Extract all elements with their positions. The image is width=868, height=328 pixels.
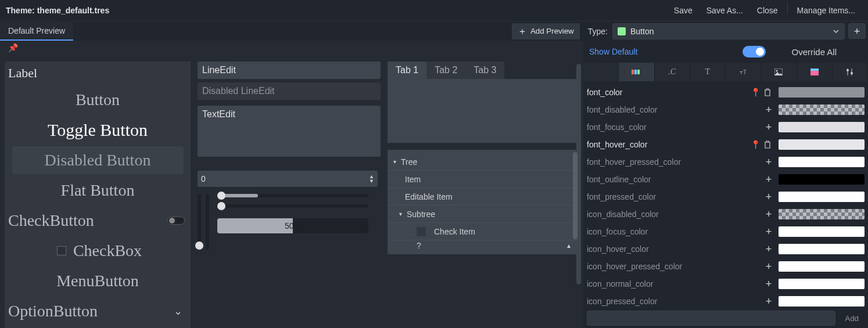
cat-settings[interactable] [833, 63, 868, 81]
add-override-icon[interactable]: + [763, 192, 774, 202]
vslider-preview-1[interactable] [198, 194, 201, 250]
checkbox-icon[interactable] [417, 227, 426, 236]
cat-font-sizes[interactable]: ᴛT [726, 63, 761, 81]
caret-up-icon[interactable]: ▴ [567, 242, 571, 250]
add-override-icon[interactable]: + [763, 261, 774, 272]
flat-button-preview[interactable]: Flat Button [61, 181, 135, 200]
add-override-icon[interactable]: + [763, 226, 774, 237]
type-dropdown[interactable]: Button [612, 23, 845, 39]
color-swatch[interactable] [779, 261, 865, 272]
progress-bar-preview: 50% [217, 218, 368, 233]
color-swatch[interactable] [779, 104, 865, 115]
cat-fonts[interactable]: T [690, 63, 726, 81]
manage-items-button[interactable]: Manage Items... [790, 2, 862, 19]
color-swatch[interactable] [779, 87, 865, 98]
show-default-link[interactable]: Show Default [589, 47, 637, 56]
trash-icon[interactable] [763, 88, 774, 96]
color-swatch[interactable] [779, 209, 865, 219]
spinbox-preview[interactable]: 0 ▲▼ [198, 171, 378, 187]
property-row: icon_hover_color+ [587, 240, 865, 258]
tree-scrollbar[interactable] [573, 152, 578, 239]
vslider-preview-2[interactable] [206, 194, 209, 250]
checkbox-preview[interactable]: CheckBox [5, 236, 191, 266]
close-button[interactable]: Close [750, 2, 785, 19]
cat-icons[interactable] [761, 63, 797, 81]
pin-icon[interactable]: 📍 [751, 88, 759, 97]
color-swatch[interactable] [779, 244, 865, 254]
property-name: font_hover_pressed_color [587, 157, 759, 167]
progress-text: 50% [217, 218, 368, 233]
svg-rect-1 [634, 70, 637, 74]
trash-icon[interactable] [763, 140, 774, 149]
add-override-icon[interactable]: + [763, 209, 774, 219]
color-swatch[interactable] [779, 296, 865, 307]
override-all-button[interactable]: Override All [766, 44, 862, 60]
property-row: icon_hover_pressed_color+ [587, 258, 865, 275]
tree-subtree[interactable]: Subtree [407, 210, 435, 219]
hslider-preview-2[interactable] [217, 204, 368, 208]
tree-item-partial: ? [417, 241, 421, 250]
preview-tab-bar: Default Preview ＋ Add Preview Type: Butt… [0, 21, 868, 41]
caret-down-icon[interactable]: ▾ [393, 158, 396, 165]
tree-preview[interactable]: ▾Tree Item Editable Item ▾Subtree Check … [388, 150, 579, 254]
tab-3[interactable]: Tab 3 [465, 62, 504, 79]
color-swatch[interactable] [779, 157, 865, 167]
cat-colors[interactable] [619, 63, 654, 81]
add-override-icon[interactable]: + [763, 122, 774, 132]
color-swatch[interactable] [779, 122, 865, 132]
toggle-button-preview[interactable]: Toggle Button [48, 120, 148, 140]
type-label: Type: [580, 27, 612, 36]
cat-styleboxes[interactable] [797, 63, 833, 81]
property-list: font_color📍font_disabled_color+font_focu… [583, 81, 868, 308]
tree-editable-item[interactable]: Editable Item [405, 192, 453, 201]
pin-icon[interactable]: 📍 [751, 140, 759, 149]
constant-icon: .C [668, 67, 676, 77]
color-swatch[interactable] [779, 226, 865, 237]
add-preview-button[interactable]: ＋ Add Preview [512, 23, 580, 39]
color-swatch[interactable] [779, 192, 865, 202]
header-actions: Save Save As... Close Manage Items... [667, 2, 862, 19]
svg-rect-2 [637, 70, 640, 74]
add-override-icon[interactable]: + [763, 104, 774, 115]
chevron-down-icon: ⌄ [174, 305, 182, 318]
spinbox-arrows-icon[interactable]: ▲▼ [369, 174, 374, 183]
property-name: font_outline_color [587, 175, 759, 184]
hslider-preview-1[interactable] [217, 194, 368, 197]
option-button-preview[interactable]: OptionButton ⌄ [5, 296, 191, 326]
caret-down-icon[interactable]: ▾ [399, 211, 402, 217]
add-override-icon[interactable]: + [763, 279, 774, 289]
tab-default-preview[interactable]: Default Preview [0, 22, 73, 41]
property-row: font_color📍 [587, 84, 865, 101]
show-default-toggle[interactable] [743, 46, 766, 57]
pin-icon[interactable]: 📌 [8, 43, 18, 52]
tree-root[interactable]: Tree [401, 157, 417, 167]
tree-check-item[interactable]: Check Item [434, 227, 475, 236]
cat-constants[interactable]: .C [655, 63, 690, 81]
add-override-icon[interactable]: + [763, 296, 774, 307]
color-swatch[interactable] [779, 174, 865, 185]
add-property-button[interactable]: Add [839, 311, 865, 326]
check-button-preview[interactable]: CheckButton [5, 206, 191, 236]
property-row: font_outline_color+ [587, 171, 865, 188]
sliders-icon [846, 68, 854, 76]
tab-1[interactable]: Tab 1 [388, 62, 426, 79]
menu-button-preview[interactable]: MenuButton [56, 272, 139, 290]
save-button[interactable]: Save [667, 2, 700, 19]
properties-pane: Show Default Override All .C T ᴛT font_c… [583, 41, 868, 328]
cat-empty[interactable] [583, 63, 619, 81]
tree-item[interactable]: Item [405, 175, 421, 184]
property-name: font_pressed_color [587, 192, 759, 201]
add-override-icon[interactable]: + [763, 174, 774, 185]
tab-2[interactable]: Tab 2 [426, 62, 465, 79]
text-edit-preview[interactable]: TextEdit [198, 106, 381, 157]
add-type-button[interactable]: + [848, 23, 866, 39]
line-edit-preview[interactable] [198, 62, 381, 79]
theme-prefix: Theme: [6, 6, 37, 15]
save-as-button[interactable]: Save As... [700, 2, 750, 19]
add-override-icon[interactable]: + [763, 157, 774, 167]
color-swatch[interactable] [779, 279, 865, 289]
button-preview[interactable]: Button [76, 91, 120, 109]
add-property-input[interactable] [587, 311, 835, 326]
color-swatch[interactable] [779, 139, 865, 150]
add-override-icon[interactable]: + [763, 244, 774, 254]
